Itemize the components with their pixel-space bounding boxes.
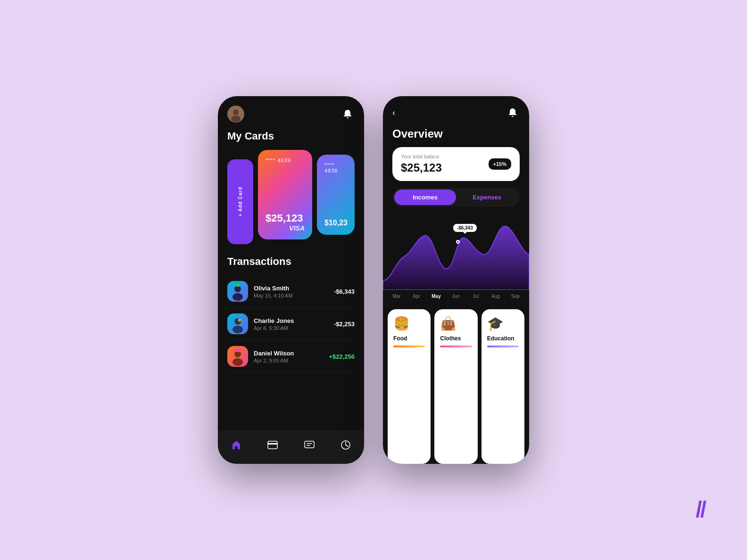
- month-label-apr: Apr: [407, 294, 426, 299]
- balance-card: Your total balace $25,123 +15%: [392, 147, 520, 181]
- svg-rect-14: [234, 349, 241, 352]
- svg-point-2: [231, 115, 241, 122]
- transaction-info-2: Charlie Jones Apr 6, 6:30 AM: [254, 317, 334, 331]
- clothes-bar: [440, 346, 472, 347]
- transaction-amount-1: -$6,343: [334, 288, 355, 295]
- month-label-sep: Sep: [506, 294, 525, 299]
- svg-point-13: [232, 358, 243, 366]
- transaction-info-3: Daniel Wilson Apr 2, 9:05 AM: [254, 350, 329, 363]
- toggle-incomes[interactable]: Incomes: [394, 189, 456, 205]
- transactions-title: Transactions: [227, 255, 355, 268]
- education-bar: [487, 346, 519, 347]
- transaction-amount-3: +$22,256: [329, 353, 355, 360]
- transaction-name-2: Charlie Jones: [254, 317, 334, 324]
- month-label-jul: Jul: [466, 294, 486, 299]
- card-amount-secondary: $10,23: [324, 219, 347, 227]
- toggle-container: Incomes Expenses: [392, 188, 520, 207]
- transactions-section: Transactions Olivia Smith: [227, 255, 355, 430]
- left-phone: My Cards + Add Card **** 4639 $25,123 VI…: [218, 96, 364, 464]
- month-label-mar: Mar: [387, 294, 407, 299]
- category-clothes[interactable]: 👜 Clothes: [434, 309, 477, 464]
- transaction-date-2: Apr 6, 6:30 AM: [254, 325, 334, 331]
- transaction-date-1: May 15, 4:10 AM: [254, 293, 334, 298]
- phones-container: My Cards + Add Card **** 4639 $25,123 VI…: [218, 96, 529, 464]
- chart-tooltip: -$6,343: [453, 224, 477, 232]
- month-label-aug: Aug: [486, 294, 506, 299]
- transaction-date-3: Apr 2, 9:05 AM: [254, 358, 329, 363]
- nav-stats[interactable]: [333, 437, 358, 455]
- card-amount-main: $25,123: [266, 212, 305, 224]
- left-top-bar: [227, 106, 355, 123]
- svg-rect-17: [305, 441, 314, 448]
- svg-point-10: [238, 319, 241, 321]
- svg-point-4: [234, 286, 241, 292]
- card-number-main: **** 4639: [266, 157, 305, 163]
- my-cards-title: My Cards: [227, 130, 355, 142]
- deco-slash: //: [696, 496, 705, 522]
- tooltip-dot: [456, 240, 460, 244]
- transaction-name-3: Daniel Wilson: [254, 350, 329, 357]
- svg-rect-15: [268, 441, 277, 449]
- transaction-avatar-2: [227, 313, 248, 334]
- balance-badge: +15%: [489, 158, 511, 170]
- transaction-name-1: Olivia Smith: [254, 285, 334, 292]
- balance-amount: $25,123: [401, 161, 442, 174]
- card-secondary: **** 4836 $10,23: [317, 155, 355, 235]
- transaction-avatar-1: [227, 281, 248, 302]
- education-icon: 🎓: [487, 316, 504, 331]
- avatar: [227, 106, 244, 123]
- overview-title: Overview: [392, 127, 520, 140]
- month-label-may: May: [426, 294, 446, 299]
- svg-point-9: [232, 326, 243, 333]
- transaction-avatar-3: [227, 346, 248, 367]
- transaction-item: Daniel Wilson Apr 2, 9:05 AM +$22,256: [227, 340, 355, 373]
- category-food[interactable]: 🍔 Food: [388, 309, 431, 464]
- back-button[interactable]: ‹: [392, 108, 395, 118]
- transaction-item: Charlie Jones Apr 6, 6:30 AM -$2,253: [227, 308, 355, 340]
- card-brand-main: VISA: [266, 224, 305, 232]
- transaction-amount-2: -$2,253: [334, 321, 355, 328]
- nav-cards[interactable]: [260, 438, 285, 454]
- right-top-bar: ‹: [392, 106, 520, 120]
- chart-area: -$6,343: [383, 214, 529, 290]
- cards-area: + Add Card **** 4639 $25,123 VISA **** 4…: [227, 150, 355, 244]
- month-labels: Mar Apr May Jun Jul Aug Sep: [383, 290, 529, 305]
- food-label: Food: [393, 335, 407, 342]
- categories-row: 🍔 Food 👜 Clothes 🎓 Education: [383, 309, 529, 464]
- clothes-icon: 👜: [440, 316, 456, 331]
- toggle-expenses[interactable]: Expenses: [456, 189, 518, 205]
- svg-point-5: [232, 293, 243, 301]
- nav-home[interactable]: [224, 437, 249, 455]
- bottom-nav: [218, 430, 364, 464]
- transaction-item: Olivia Smith May 15, 4:10 AM -$6,343: [227, 275, 355, 308]
- balance-label: Your total balace: [401, 154, 442, 159]
- nav-messages[interactable]: [297, 438, 322, 454]
- card-main: **** 4639 $25,123 VISA: [258, 150, 312, 239]
- month-label-jun: Jun: [446, 294, 466, 299]
- bell-icon[interactable]: [340, 107, 355, 121]
- svg-rect-6: [235, 284, 241, 287]
- category-education[interactable]: 🎓 Education: [481, 309, 524, 464]
- add-card-button[interactable]: + Add Card: [227, 159, 253, 244]
- right-phone: ‹ Overview Your total balace $25,123 +15…: [383, 96, 529, 464]
- add-card-label: + Add Card: [238, 187, 243, 216]
- education-label: Education: [487, 335, 515, 342]
- food-bar: [393, 346, 425, 347]
- food-icon: 🍔: [393, 316, 410, 331]
- transaction-info-1: Olivia Smith May 15, 4:10 AM: [254, 285, 334, 298]
- svg-point-1: [233, 109, 239, 115]
- clothes-label: Clothes: [440, 335, 461, 342]
- svg-rect-16: [268, 443, 277, 445]
- bell-icon-right[interactable]: [506, 106, 520, 120]
- card-number-secondary: **** 4836: [324, 162, 347, 173]
